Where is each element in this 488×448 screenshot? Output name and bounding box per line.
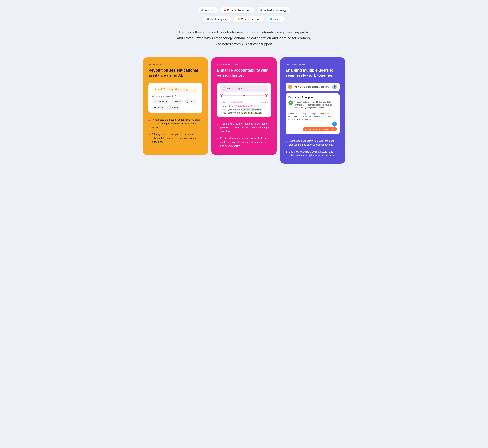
tags-row-1: Improve Foster collaboration With AI teh…	[198, 7, 290, 13]
tag-label: Foster collaboration	[227, 9, 250, 12]
timeline-dot-active	[221, 94, 223, 96]
chevron-double-icon: »	[217, 122, 218, 126]
timeline-line	[245, 95, 265, 96]
version-bullet-1: » Tracks every revision made by fellow t…	[217, 122, 271, 133]
collab-chat-card: Dashboard Examples A In today's data-dri…	[286, 93, 339, 134]
chevron-double-icon: »	[149, 118, 150, 122]
tag-ai-tech[interactable]: With AI tehchnology	[256, 7, 290, 13]
hero-description: Trenning offers advanced tools for train…	[176, 29, 312, 47]
dot-red	[224, 9, 226, 11]
version-section-label: VERSION HISTORY	[217, 64, 271, 66]
bullet-text: Accelerates the pace of educational mate…	[152, 118, 203, 129]
avatar-green: A	[289, 100, 293, 105]
chip-label: Outline	[157, 106, 163, 109]
chevron-double-icon: »	[286, 150, 287, 154]
user-avatar: 👤	[332, 84, 337, 89]
chip-case-study[interactable]: ⊞ Case Study	[152, 99, 169, 104]
outline-icon: ☰	[154, 106, 156, 109]
version-time: 2:05 PM	[261, 101, 268, 103]
collab-card: COLLABORATION Enabling multiple users to…	[280, 57, 345, 164]
tag-label: Content quality	[210, 18, 228, 21]
bullet-text: Provides learner a clear record of all c…	[220, 136, 271, 148]
version-meta: TODAY • 📝 Update text 2:05 PM	[220, 101, 268, 104]
chip-article[interactable]: 📄 Article	[167, 105, 180, 110]
collab-reply: anyone can explain me about this?	[303, 127, 337, 131]
reply-row	[289, 122, 337, 127]
collab-section-label: COLLABORATION	[286, 64, 339, 66]
ai-section-label: AI POWERED	[149, 64, 202, 66]
tag-label: Faster	[273, 18, 281, 21]
chip-label: Case Study	[157, 100, 167, 103]
tag-label: With AI tehchnology	[264, 9, 287, 12]
tag-label: Improve	[205, 9, 214, 12]
collab-widget: 🤖 The material is of a personal use only…	[286, 83, 339, 134]
dot-purple	[207, 18, 209, 20]
dot-cyan	[270, 18, 272, 20]
bullet-text: Designed to facilitate communication and…	[289, 150, 339, 157]
avatar-blue	[332, 122, 337, 127]
ai-card-title: Revolutionizes educational assitance usi…	[149, 68, 202, 78]
cards-grid: AI POWERED Revolutionizes educational as…	[143, 57, 345, 164]
notification-text: The material is of a personal use only.	[294, 86, 329, 88]
tags-section: Improve Foster collaboration With AI teh…	[143, 7, 345, 22]
ai-ask-bar[interactable]: ✦ Ask Trenning-AI anything	[152, 86, 199, 93]
timeline-dot	[243, 95, 245, 96]
chip-essay[interactable]: ≡ Essay	[171, 99, 183, 104]
collab-user-row-1: A In today's data-driven world, dashboar…	[289, 100, 337, 109]
collab-chat-title: Dashboard Examples	[289, 96, 337, 99]
collab-bullet-2: » Designed to facilitate communication a…	[286, 150, 339, 157]
ai-widget: ✦ Ask Trenning-AI anything What are you …	[149, 83, 202, 113]
collab-bullet-1: » Encourages educators to to work togeth…	[286, 139, 339, 147]
tag-content-creation[interactable]: Content creation	[234, 16, 264, 22]
tag-foster[interactable]: Foster collaboration	[220, 7, 254, 13]
highlight-green: to the best execution.	[241, 108, 262, 111]
doc-name: Style Directions Sam...	[238, 105, 256, 107]
version-widget: 🕐 what's changed? TODAY •	[217, 83, 271, 117]
bullet-text: Encourages educators to to work together…	[289, 139, 339, 147]
ideas-icon: 💡	[186, 100, 189, 103]
ai-bullet-2: » Offering real-time support for learner…	[149, 133, 202, 144]
dot-teal	[260, 9, 262, 11]
notification-icon: 🤖	[288, 85, 292, 89]
ai-prompt-label: What are you looking for?	[152, 95, 199, 97]
bullet-text: Tracks every revision made by fellow tra…	[220, 122, 271, 133]
doc-badge: 📋 Style Directions Sam...	[234, 105, 257, 107]
today-label: TODAY	[220, 101, 226, 103]
collab-card-title: Enabling multiple users to seamlessly wo…	[286, 68, 339, 78]
version-search-bar[interactable]: 🕐 what's changed?	[220, 86, 268, 92]
version-timeline	[217, 94, 271, 99]
chip-label: Ideas	[190, 100, 195, 103]
collab-msg-2: From business analytics to project manag…	[289, 112, 337, 121]
chip-outline[interactable]: ☰ Outline	[152, 105, 165, 110]
tag-faster[interactable]: Faster	[266, 16, 285, 22]
chip-label: Article	[172, 106, 178, 109]
chevron-double-icon: »	[217, 137, 218, 141]
ai-card: AI POWERED Revolutionizes educational as…	[143, 57, 208, 155]
version-bullets: » Tracks every revision made by fellow t…	[217, 122, 271, 148]
tag-label: Content creation	[241, 18, 260, 21]
chip-ideas[interactable]: 💡 Ideas	[184, 99, 197, 104]
separator: •	[227, 101, 228, 103]
tag-improve[interactable]: Improve	[198, 7, 218, 13]
timeline-dot-active	[265, 94, 267, 96]
version-update-line: New update on 📋 Style Directions Sam... …	[220, 105, 268, 107]
ai-bullet-1: » Accelerates the pace of educational ma…	[149, 118, 202, 129]
tags-row-2: Content quality Content creation Faster	[203, 16, 285, 22]
ai-ask-text: Ask Trenning-AI anything	[158, 88, 188, 91]
tag-content-quality[interactable]: Content quality	[203, 16, 232, 22]
collab-bullets: » Encourages educators to to work togeth…	[286, 139, 339, 157]
update-label: Update text	[233, 101, 242, 103]
page-wrapper: Improve Foster collaboration With AI teh…	[140, 0, 348, 174]
dot-green	[201, 9, 203, 11]
ai-chips: ⊞ Case Study ≡ Essay 💡 Ideas ☰ Outline	[152, 99, 199, 110]
timeline-line	[223, 95, 243, 96]
version-entry: TODAY • 📝 Update text 2:05 PM New update…	[217, 99, 271, 117]
version-bullet-2: » Provides learner a clear record of all…	[217, 136, 271, 148]
dot-orange	[238, 18, 240, 20]
collab-notification: 🤖 The material is of a personal use only…	[286, 83, 339, 91]
essay-icon: ≡	[173, 100, 174, 103]
collab-divider	[289, 111, 337, 111]
sparkle-icon: ✦	[154, 88, 157, 91]
bullet-text: Offering real-time support for learner, …	[152, 133, 203, 144]
article-icon: 📄	[169, 106, 171, 109]
